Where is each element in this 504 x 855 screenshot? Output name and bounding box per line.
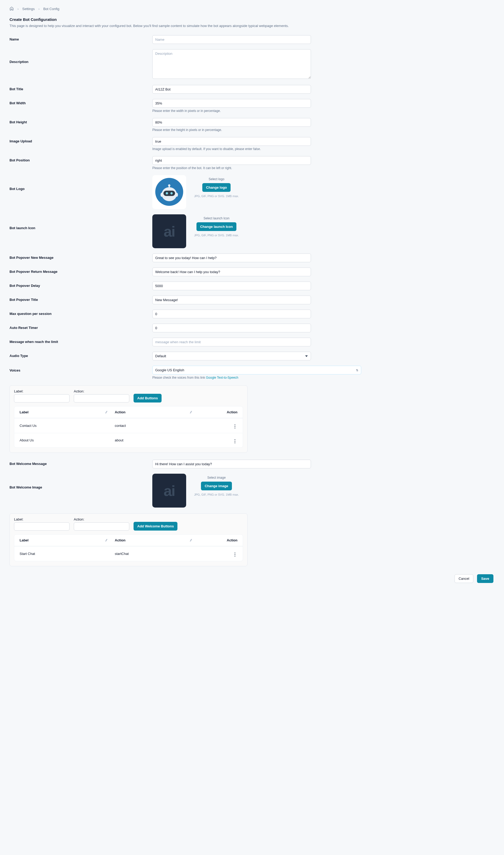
- svg-point-8: [176, 193, 178, 197]
- buttons-label-label: Label:: [14, 389, 70, 393]
- label-welcome-image: Bot Welcome Image: [10, 474, 152, 489]
- buttons-action-input[interactable]: [74, 394, 129, 402]
- bot-width-input[interactable]: [152, 99, 311, 108]
- popover-delay-input[interactable]: [152, 282, 311, 290]
- chevron-right-icon: ›: [38, 7, 39, 11]
- label-bot-position: Bot Position: [10, 156, 152, 162]
- name-input[interactable]: [152, 35, 311, 44]
- welcome-image-thumbnail: ai: [152, 474, 186, 508]
- home-icon[interactable]: [10, 6, 14, 11]
- launch-file-hint: JPG, GIF, PNG or SVG. 1MB max.: [194, 234, 239, 237]
- max-question-input[interactable]: [152, 310, 311, 318]
- add-buttons-button[interactable]: Add Buttons: [133, 394, 162, 402]
- audio-type-select[interactable]: Default: [152, 352, 311, 361]
- chevron-updown-icon: ⇅: [356, 368, 358, 372]
- help-image-upload: Image upload is enabled by default. If y…: [152, 147, 311, 151]
- th-action: Action: [115, 410, 125, 414]
- table-row: Start Chat startChat: [14, 546, 243, 561]
- label-name: Name: [10, 35, 152, 41]
- buttons-action-label: Action:: [74, 389, 129, 393]
- image-file-hint: JPG, GIF, PNG or SVG. 1MB max.: [194, 493, 239, 496]
- bot-title-input[interactable]: [152, 85, 311, 94]
- help-voices: Please check the voices from this link G…: [152, 376, 361, 380]
- svg-point-5: [166, 192, 168, 194]
- save-button[interactable]: Save: [477, 574, 493, 583]
- voices-combobox[interactable]: Google US English ⇅: [152, 366, 361, 374]
- chevron-right-icon: ›: [17, 7, 19, 11]
- th-action2: Action: [199, 410, 237, 414]
- add-welcome-buttons-button[interactable]: Add Welcome Buttons: [133, 522, 177, 530]
- welcome-buttons-table: Label⁄⁄ Action⁄⁄ Action Start Chat start…: [14, 534, 243, 561]
- help-bot-position: Please enter the position of the bot. It…: [152, 166, 311, 170]
- label-bot-width: Bot Width: [10, 99, 152, 105]
- label-welcome-message: Bot Welcome Message: [10, 460, 152, 466]
- th-action2: Action: [199, 538, 237, 542]
- logo-file-hint: JPG, GIF, PNG or SVG. 1MB max.: [194, 194, 239, 198]
- welcome-buttons-card: Label: Action: Add Welcome Buttons Label…: [10, 513, 248, 566]
- select-launch-label: Select launch Icon: [204, 216, 230, 220]
- buttons-label-input[interactable]: [14, 394, 70, 402]
- row-menu-icon[interactable]: [232, 552, 237, 557]
- welcome-label-input[interactable]: [14, 522, 70, 530]
- label-max-question: Max question per session: [10, 310, 152, 316]
- auto-reset-input[interactable]: [152, 324, 311, 332]
- row-menu-icon[interactable]: [232, 424, 237, 429]
- change-launch-icon-button[interactable]: Change launch Icon: [196, 222, 237, 231]
- voices-value: Google US English: [155, 368, 184, 372]
- page-subtitle: This page is designed to help you visual…: [10, 24, 494, 28]
- th-label: Label: [20, 410, 29, 414]
- resize-handle-icon[interactable]: ⁄⁄: [191, 411, 192, 414]
- label-popover-delay: Bot Popover Delay: [10, 282, 152, 287]
- label-auto-reset: Auto Reset Timer: [10, 324, 152, 330]
- label-bot-logo: Bot Logo: [10, 175, 152, 191]
- resize-handle-icon[interactable]: ⁄⁄: [106, 539, 107, 542]
- label-popover-new: Bot Popover New Message: [10, 254, 152, 260]
- popover-title-input[interactable]: [152, 296, 311, 304]
- limit-message-input[interactable]: [152, 338, 311, 346]
- breadcrumb-settings[interactable]: Settings: [22, 7, 35, 11]
- label-bot-title: Bot Title: [10, 85, 152, 91]
- buttons-card: Label: Action: Add Buttons Label⁄⁄ Actio…: [10, 385, 248, 453]
- change-logo-button[interactable]: Change logo: [202, 183, 231, 192]
- breadcrumb-bot-config: Bot Config: [43, 7, 59, 11]
- bot-position-input[interactable]: [152, 156, 311, 165]
- svg-point-6: [170, 192, 173, 194]
- voices-link[interactable]: Google Text-to-Speech: [206, 376, 238, 380]
- bot-height-input[interactable]: [152, 118, 311, 127]
- label-popover-return: Bot Popover Return Message: [10, 267, 152, 274]
- change-image-button[interactable]: Change image: [201, 482, 232, 490]
- help-bot-height: Please enter the height in pixels or in …: [152, 128, 311, 132]
- welcome-message-input[interactable]: [152, 460, 311, 468]
- select-logo-label: Select logo: [209, 177, 224, 181]
- label-popover-title: Bot Popover Title: [10, 296, 152, 302]
- label-bot-height: Bot Height: [10, 118, 152, 124]
- label-voices: Voices: [10, 366, 152, 372]
- description-input[interactable]: [152, 49, 311, 79]
- resize-handle-icon[interactable]: ⁄⁄: [106, 411, 107, 414]
- svg-rect-4: [163, 191, 175, 196]
- popover-new-input[interactable]: [152, 254, 311, 262]
- svg-point-7: [161, 193, 163, 197]
- buttons-table: Label⁄⁄ Action⁄⁄ Action Contact Us conta…: [14, 406, 243, 448]
- bot-logo-thumbnail: [152, 175, 186, 209]
- resize-handle-icon[interactable]: ⁄⁄: [191, 539, 192, 542]
- popover-return-input[interactable]: [152, 267, 311, 276]
- label-limit-message: Message when reach the limit: [10, 338, 152, 344]
- welcome-action-input[interactable]: [74, 522, 129, 530]
- label-bot-launch-icon: Bot launch Icon: [10, 214, 152, 230]
- welcome-label-label: Label:: [14, 517, 70, 521]
- cancel-button[interactable]: Cancel: [454, 574, 473, 583]
- launch-icon-thumbnail: ai: [152, 214, 186, 248]
- table-row: Contact Us contact: [14, 418, 243, 433]
- th-action: Action: [115, 538, 125, 542]
- label-image-upload: Image Upload: [10, 137, 152, 143]
- label-audio-type: Audio Type: [10, 352, 152, 358]
- welcome-action-label: Action:: [74, 517, 129, 521]
- help-bot-width: Please enter the width in pixels or in p…: [152, 109, 311, 113]
- breadcrumb: › Settings › Bot Config: [10, 6, 494, 11]
- row-menu-icon[interactable]: [232, 438, 237, 444]
- select-image-label: Select image: [207, 476, 226, 479]
- page-title: Create Bot Configuration: [10, 17, 494, 22]
- image-upload-input[interactable]: [152, 137, 311, 146]
- label-description: Description: [10, 49, 152, 64]
